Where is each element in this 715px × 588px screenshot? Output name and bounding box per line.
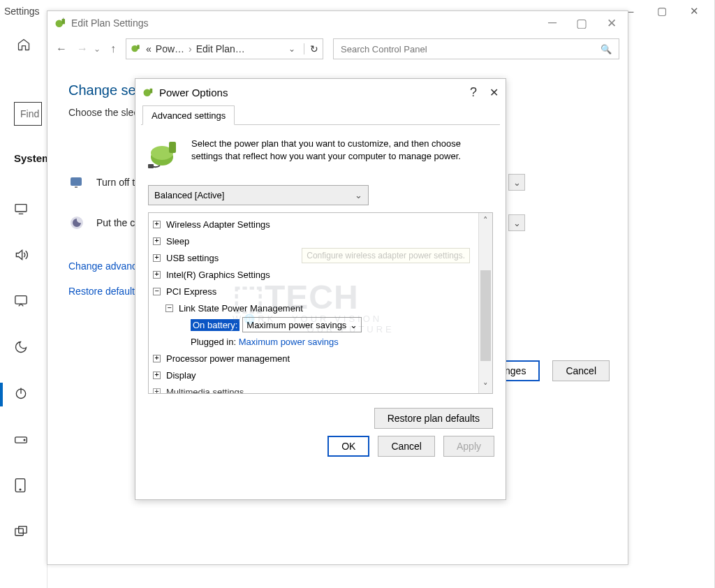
- collapse-icon[interactable]: −: [153, 288, 161, 295]
- expand-icon[interactable]: +: [153, 271, 161, 279]
- editplan-navbar: ← → ⌄ ↑ « Pow… › Edit Plan… ⌄ ↻ Search C…: [47, 35, 628, 63]
- on-battery-label: On battery:: [191, 319, 239, 331]
- tree-item-processor[interactable]: +Processor power management: [153, 350, 474, 367]
- cancel-button[interactable]: Cancel: [552, 360, 610, 381]
- recent-locations-button[interactable]: ⌄: [94, 44, 101, 54]
- tree-item-sleep[interactable]: +Sleep: [153, 233, 474, 249]
- power-options-title: Power Options: [159, 87, 228, 98]
- tree-item-wireless[interactable]: +Wireless Adapter Settings: [153, 216, 474, 233]
- svg-rect-7: [15, 529, 23, 536]
- tree-label: Link State Power Management: [179, 303, 303, 314]
- sidebar-item-notifications[interactable]: [0, 279, 47, 325]
- focus-icon: [14, 340, 28, 357]
- dropdown-sleep[interactable]: ⌄: [508, 214, 525, 231]
- editplan-window-buttons: ─ ▢ ✕: [548, 16, 624, 31]
- sound-icon: [14, 248, 28, 265]
- power-options-titlebar: Power Options ? ✕: [135, 79, 506, 105]
- restore-plan-defaults-button[interactable]: Restore plan defaults: [374, 408, 493, 429]
- tree-item-plugged-in[interactable]: Plugged in: Maximum power savings: [191, 333, 474, 350]
- svg-rect-14: [75, 186, 78, 188]
- back-button[interactable]: ←: [56, 43, 67, 55]
- tree-item-on-battery[interactable]: On battery: Maximum power savings ⌄: [191, 316, 474, 333]
- sidebar-item-display[interactable]: [0, 187, 47, 233]
- breadcrumb-dropdown[interactable]: ⌄: [288, 44, 295, 54]
- up-button[interactable]: ↑: [110, 43, 116, 55]
- tab-strip: Advanced settings: [141, 105, 500, 125]
- chevron-down-icon: ⌄: [350, 320, 358, 330]
- svg-rect-13: [71, 177, 82, 186]
- expand-icon[interactable]: +: [153, 372, 161, 379]
- chevron-down-icon: ⌄: [355, 190, 362, 200]
- maximize-button[interactable]: ▢: [576, 16, 587, 31]
- help-button[interactable]: ?: [470, 85, 477, 100]
- scroll-up-button[interactable]: ˄: [479, 213, 492, 227]
- tree-item-pci-express[interactable]: −PCI Express: [153, 283, 474, 300]
- multitasking-icon: [14, 525, 28, 541]
- tree-item-link-state[interactable]: −Link State Power Management: [165, 300, 474, 316]
- tree-scroll-area[interactable]: +Wireless Adapter Settings +Sleep +USB s…: [149, 213, 478, 393]
- ok-button[interactable]: OK: [327, 436, 369, 457]
- breadcrumb[interactable]: « Pow… › Edit Plan… ⌄ ↻: [126, 38, 323, 59]
- tree-item-intel-graphics[interactable]: +Intel(R) Graphics Settings: [153, 266, 474, 283]
- find-input[interactable]: Find: [14, 102, 42, 126]
- svg-rect-0: [15, 205, 27, 212]
- close-button[interactable]: ✕: [607, 16, 617, 31]
- battery-plug-icon: [148, 138, 183, 172]
- sidebar-item-focus[interactable]: [0, 325, 47, 372]
- expand-icon[interactable]: +: [153, 221, 161, 228]
- expand-icon[interactable]: +: [153, 254, 161, 262]
- forward-button[interactable]: →: [77, 43, 88, 55]
- collapse-icon[interactable]: −: [165, 304, 173, 312]
- close-button[interactable]: ✕: [489, 86, 499, 99]
- expand-icon[interactable]: +: [153, 237, 161, 245]
- search-placeholder: Search Control Panel: [341, 44, 427, 54]
- sidebar-item-power[interactable]: [0, 372, 47, 418]
- tablet-icon: [14, 478, 27, 496]
- storage-icon: [14, 434, 28, 447]
- tree-label: Processor power management: [166, 353, 290, 364]
- dropdown-turn-off[interactable]: ⌄: [508, 174, 525, 191]
- scroll-down-button[interactable]: ˅: [479, 379, 492, 393]
- tree-label: Sleep: [166, 236, 189, 247]
- tree-label: Multimedia settings: [166, 387, 244, 394]
- plugged-in-value[interactable]: Maximum power savings: [239, 337, 339, 347]
- chevron-right-icon: ›: [189, 43, 192, 54]
- svg-rect-10: [62, 19, 66, 24]
- breadcrumb-chevrons: «: [146, 43, 152, 54]
- svg-point-16: [144, 89, 152, 97]
- sidebar-item-storage[interactable]: [0, 418, 47, 464]
- sleep-icon: [68, 214, 85, 231]
- svg-point-6: [20, 489, 21, 490]
- tree-item-display[interactable]: +Display: [153, 367, 474, 383]
- tree-label: Wireless Adapter Settings: [166, 219, 270, 230]
- minimize-button[interactable]: ─: [548, 16, 556, 30]
- breadcrumb-part-2[interactable]: Edit Plan…: [196, 43, 245, 54]
- svg-rect-20: [169, 142, 176, 153]
- power-options-dialog: Power Options ? ✕ Advanced settings Sele…: [135, 78, 506, 500]
- breadcrumb-part-1[interactable]: Pow…: [156, 43, 184, 54]
- expand-icon[interactable]: +: [153, 355, 161, 362]
- home-icon[interactable]: [0, 32, 47, 57]
- svg-rect-12: [137, 45, 139, 49]
- power-plan-icon: [131, 43, 142, 56]
- power-options-icon: [142, 86, 155, 98]
- tab-advanced-settings[interactable]: Advanced settings: [142, 105, 235, 125]
- tree-scrollbar[interactable]: ˄ ˅: [478, 213, 492, 393]
- search-input[interactable]: Search Control Panel 🔍: [333, 38, 619, 59]
- power-icon: [14, 386, 28, 403]
- tree-item-multimedia[interactable]: +Multimedia settings: [153, 383, 474, 393]
- sidebar-item-multitasking[interactable]: [0, 510, 47, 556]
- maximize-button[interactable]: ▢: [646, 0, 678, 22]
- svg-point-9: [56, 20, 64, 28]
- apply-button[interactable]: Apply: [443, 436, 494, 457]
- expand-icon[interactable]: +: [153, 388, 161, 394]
- close-button[interactable]: ✕: [678, 0, 710, 22]
- power-plan-selected: Balanced [Active]: [154, 190, 224, 200]
- sidebar-item-sound[interactable]: [0, 233, 47, 279]
- refresh-button[interactable]: ↻: [304, 43, 318, 54]
- cancel-button[interactable]: Cancel: [378, 436, 435, 457]
- power-plan-select[interactable]: Balanced [Active] ⌄: [148, 185, 369, 205]
- sidebar-item-tablet[interactable]: [0, 464, 47, 510]
- on-battery-select[interactable]: Maximum power savings ⌄: [242, 317, 362, 332]
- scroll-thumb[interactable]: [480, 270, 491, 361]
